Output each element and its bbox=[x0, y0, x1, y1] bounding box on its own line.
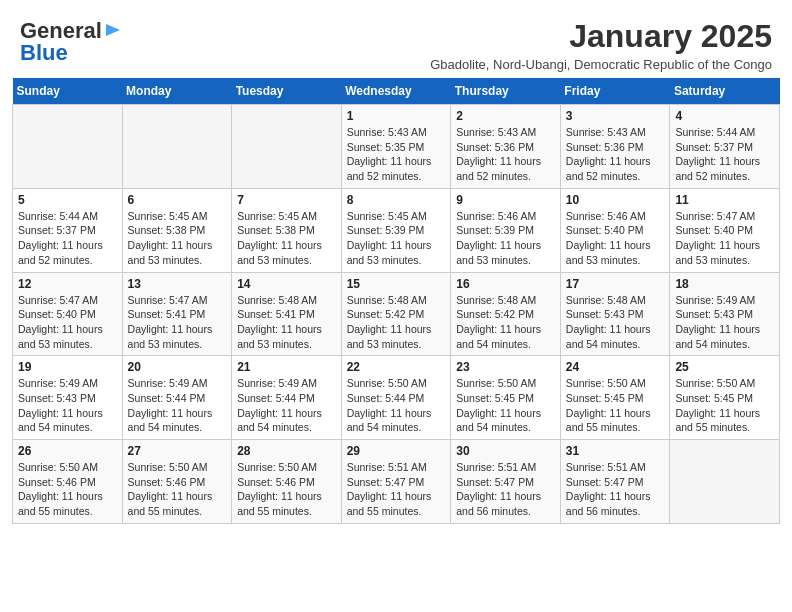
day-info: Sunrise: 5:51 AMSunset: 5:47 PMDaylight:… bbox=[347, 460, 446, 519]
day-cell: 21Sunrise: 5:49 AMSunset: 5:44 PMDayligh… bbox=[232, 356, 342, 440]
day-number: 5 bbox=[18, 193, 117, 207]
day-info: Sunrise: 5:44 AMSunset: 5:37 PMDaylight:… bbox=[18, 209, 117, 268]
day-number: 8 bbox=[347, 193, 446, 207]
day-number: 31 bbox=[566, 444, 665, 458]
col-header-tuesday: Tuesday bbox=[232, 78, 342, 105]
day-number: 18 bbox=[675, 277, 774, 291]
day-number: 21 bbox=[237, 360, 336, 374]
day-number: 29 bbox=[347, 444, 446, 458]
day-info: Sunrise: 5:51 AMSunset: 5:47 PMDaylight:… bbox=[456, 460, 555, 519]
col-header-sunday: Sunday bbox=[13, 78, 123, 105]
day-info: Sunrise: 5:47 AMSunset: 5:41 PMDaylight:… bbox=[128, 293, 227, 352]
week-row-2: 5Sunrise: 5:44 AMSunset: 5:37 PMDaylight… bbox=[13, 188, 780, 272]
day-info: Sunrise: 5:46 AMSunset: 5:39 PMDaylight:… bbox=[456, 209, 555, 268]
day-cell: 12Sunrise: 5:47 AMSunset: 5:40 PMDayligh… bbox=[13, 272, 123, 356]
logo-blue-text: Blue bbox=[20, 40, 68, 66]
day-number: 13 bbox=[128, 277, 227, 291]
day-info: Sunrise: 5:50 AMSunset: 5:46 PMDaylight:… bbox=[237, 460, 336, 519]
calendar-container: SundayMondayTuesdayWednesdayThursdayFrid… bbox=[0, 78, 792, 536]
day-number: 9 bbox=[456, 193, 555, 207]
day-number: 4 bbox=[675, 109, 774, 123]
day-number: 14 bbox=[237, 277, 336, 291]
day-info: Sunrise: 5:43 AMSunset: 5:36 PMDaylight:… bbox=[456, 125, 555, 184]
day-number: 3 bbox=[566, 109, 665, 123]
day-number: 12 bbox=[18, 277, 117, 291]
day-cell: 9Sunrise: 5:46 AMSunset: 5:39 PMDaylight… bbox=[451, 188, 561, 272]
day-info: Sunrise: 5:51 AMSunset: 5:47 PMDaylight:… bbox=[566, 460, 665, 519]
col-header-monday: Monday bbox=[122, 78, 232, 105]
day-info: Sunrise: 5:47 AMSunset: 5:40 PMDaylight:… bbox=[18, 293, 117, 352]
day-cell: 19Sunrise: 5:49 AMSunset: 5:43 PMDayligh… bbox=[13, 356, 123, 440]
day-number: 28 bbox=[237, 444, 336, 458]
week-row-4: 19Sunrise: 5:49 AMSunset: 5:43 PMDayligh… bbox=[13, 356, 780, 440]
day-number: 11 bbox=[675, 193, 774, 207]
col-header-wednesday: Wednesday bbox=[341, 78, 451, 105]
day-cell: 16Sunrise: 5:48 AMSunset: 5:42 PMDayligh… bbox=[451, 272, 561, 356]
day-info: Sunrise: 5:49 AMSunset: 5:43 PMDaylight:… bbox=[18, 376, 117, 435]
day-number: 23 bbox=[456, 360, 555, 374]
day-cell: 5Sunrise: 5:44 AMSunset: 5:37 PMDaylight… bbox=[13, 188, 123, 272]
day-number: 15 bbox=[347, 277, 446, 291]
day-cell: 26Sunrise: 5:50 AMSunset: 5:46 PMDayligh… bbox=[13, 440, 123, 524]
day-cell: 14Sunrise: 5:48 AMSunset: 5:41 PMDayligh… bbox=[232, 272, 342, 356]
day-info: Sunrise: 5:50 AMSunset: 5:46 PMDaylight:… bbox=[128, 460, 227, 519]
day-number: 30 bbox=[456, 444, 555, 458]
col-header-thursday: Thursday bbox=[451, 78, 561, 105]
day-number: 7 bbox=[237, 193, 336, 207]
day-cell: 27Sunrise: 5:50 AMSunset: 5:46 PMDayligh… bbox=[122, 440, 232, 524]
day-number: 19 bbox=[18, 360, 117, 374]
day-number: 10 bbox=[566, 193, 665, 207]
day-info: Sunrise: 5:45 AMSunset: 5:39 PMDaylight:… bbox=[347, 209, 446, 268]
day-cell: 28Sunrise: 5:50 AMSunset: 5:46 PMDayligh… bbox=[232, 440, 342, 524]
day-cell: 15Sunrise: 5:48 AMSunset: 5:42 PMDayligh… bbox=[341, 272, 451, 356]
day-number: 27 bbox=[128, 444, 227, 458]
day-number: 22 bbox=[347, 360, 446, 374]
calendar-table: SundayMondayTuesdayWednesdayThursdayFrid… bbox=[12, 78, 780, 524]
day-info: Sunrise: 5:46 AMSunset: 5:40 PMDaylight:… bbox=[566, 209, 665, 268]
day-cell: 6Sunrise: 5:45 AMSunset: 5:38 PMDaylight… bbox=[122, 188, 232, 272]
day-cell: 23Sunrise: 5:50 AMSunset: 5:45 PMDayligh… bbox=[451, 356, 561, 440]
day-cell: 11Sunrise: 5:47 AMSunset: 5:40 PMDayligh… bbox=[670, 188, 780, 272]
day-cell: 8Sunrise: 5:45 AMSunset: 5:39 PMDaylight… bbox=[341, 188, 451, 272]
day-info: Sunrise: 5:50 AMSunset: 5:45 PMDaylight:… bbox=[566, 376, 665, 435]
day-number: 6 bbox=[128, 193, 227, 207]
day-number: 2 bbox=[456, 109, 555, 123]
day-info: Sunrise: 5:43 AMSunset: 5:36 PMDaylight:… bbox=[566, 125, 665, 184]
logo: General Blue bbox=[20, 18, 122, 66]
day-info: Sunrise: 5:43 AMSunset: 5:35 PMDaylight:… bbox=[347, 125, 446, 184]
month-title: January 2025 bbox=[142, 18, 772, 55]
day-cell: 22Sunrise: 5:50 AMSunset: 5:44 PMDayligh… bbox=[341, 356, 451, 440]
location-subtitle: Gbadolite, Nord-Ubangi, Democratic Repub… bbox=[142, 57, 772, 72]
title-section: January 2025 Gbadolite, Nord-Ubangi, Dem… bbox=[122, 18, 772, 72]
day-cell: 2Sunrise: 5:43 AMSunset: 5:36 PMDaylight… bbox=[451, 105, 561, 189]
day-cell: 25Sunrise: 5:50 AMSunset: 5:45 PMDayligh… bbox=[670, 356, 780, 440]
day-number: 17 bbox=[566, 277, 665, 291]
day-info: Sunrise: 5:48 AMSunset: 5:42 PMDaylight:… bbox=[347, 293, 446, 352]
day-cell bbox=[122, 105, 232, 189]
day-cell: 18Sunrise: 5:49 AMSunset: 5:43 PMDayligh… bbox=[670, 272, 780, 356]
day-info: Sunrise: 5:48 AMSunset: 5:42 PMDaylight:… bbox=[456, 293, 555, 352]
calendar-header-row: SundayMondayTuesdayWednesdayThursdayFrid… bbox=[13, 78, 780, 105]
week-row-5: 26Sunrise: 5:50 AMSunset: 5:46 PMDayligh… bbox=[13, 440, 780, 524]
day-number: 1 bbox=[347, 109, 446, 123]
day-cell: 29Sunrise: 5:51 AMSunset: 5:47 PMDayligh… bbox=[341, 440, 451, 524]
day-cell: 17Sunrise: 5:48 AMSunset: 5:43 PMDayligh… bbox=[560, 272, 670, 356]
page-header: General Blue January 2025 Gbadolite, Nor… bbox=[0, 0, 792, 78]
day-info: Sunrise: 5:50 AMSunset: 5:46 PMDaylight:… bbox=[18, 460, 117, 519]
day-cell: 31Sunrise: 5:51 AMSunset: 5:47 PMDayligh… bbox=[560, 440, 670, 524]
day-info: Sunrise: 5:50 AMSunset: 5:45 PMDaylight:… bbox=[675, 376, 774, 435]
day-info: Sunrise: 5:48 AMSunset: 5:43 PMDaylight:… bbox=[566, 293, 665, 352]
day-cell: 13Sunrise: 5:47 AMSunset: 5:41 PMDayligh… bbox=[122, 272, 232, 356]
col-header-friday: Friday bbox=[560, 78, 670, 105]
day-info: Sunrise: 5:49 AMSunset: 5:44 PMDaylight:… bbox=[128, 376, 227, 435]
day-cell: 10Sunrise: 5:46 AMSunset: 5:40 PMDayligh… bbox=[560, 188, 670, 272]
day-info: Sunrise: 5:45 AMSunset: 5:38 PMDaylight:… bbox=[237, 209, 336, 268]
logo-arrow-icon bbox=[104, 21, 122, 43]
day-number: 25 bbox=[675, 360, 774, 374]
col-header-saturday: Saturday bbox=[670, 78, 780, 105]
day-info: Sunrise: 5:47 AMSunset: 5:40 PMDaylight:… bbox=[675, 209, 774, 268]
day-info: Sunrise: 5:44 AMSunset: 5:37 PMDaylight:… bbox=[675, 125, 774, 184]
day-cell: 30Sunrise: 5:51 AMSunset: 5:47 PMDayligh… bbox=[451, 440, 561, 524]
day-cell bbox=[13, 105, 123, 189]
day-info: Sunrise: 5:50 AMSunset: 5:45 PMDaylight:… bbox=[456, 376, 555, 435]
